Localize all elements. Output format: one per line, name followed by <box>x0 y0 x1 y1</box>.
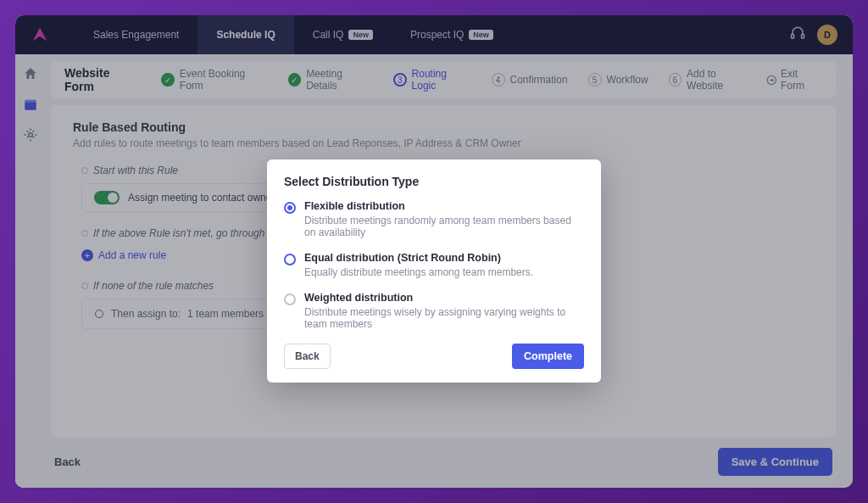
option-weighted[interactable]: Weighted distribution Distribute meeting… <box>284 292 584 330</box>
option-equal[interactable]: Equal distribution (Strict Round Robin) … <box>284 252 584 278</box>
modal-overlay[interactable]: Select Distribution Type Flexible distri… <box>15 15 853 488</box>
app-window: Sales Engagement Schedule IQ Call IQNew … <box>15 15 853 488</box>
radio-unselected[interactable] <box>284 293 296 305</box>
modal-complete-button[interactable]: Complete <box>512 344 584 369</box>
distribution-modal: Select Distribution Type Flexible distri… <box>267 159 601 383</box>
option-title: Equal distribution (Strict Round Robin) <box>304 252 533 264</box>
option-flexible[interactable]: Flexible distribution Distribute meeting… <box>284 200 584 238</box>
option-title: Flexible distribution <box>304 200 584 212</box>
option-title: Weighted distribution <box>304 292 584 304</box>
option-desc: Distribute meetings randomly among team … <box>304 215 584 238</box>
modal-back-button[interactable]: Back <box>284 344 331 369</box>
radio-selected[interactable] <box>284 202 296 214</box>
modal-title: Select Distribution Type <box>284 175 584 188</box>
option-desc: Equally distribute meetings among team m… <box>304 266 533 278</box>
radio-unselected[interactable] <box>284 254 296 265</box>
option-desc: Distribute meetings wisely by assigning … <box>304 306 584 330</box>
